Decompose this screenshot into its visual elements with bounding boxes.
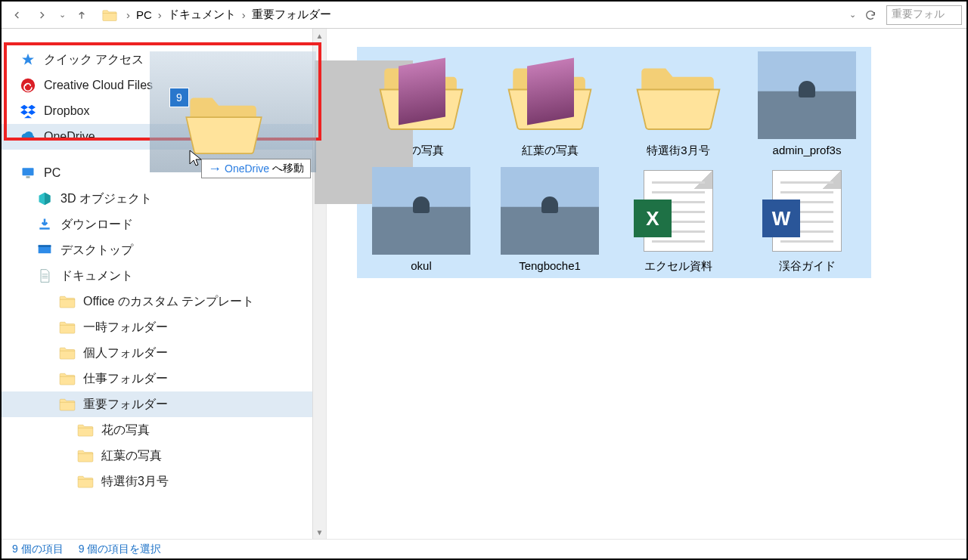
folder-icon <box>59 345 76 361</box>
star-icon <box>20 51 36 68</box>
sidebar-scrollbar[interactable]: ▲ ▼ <box>312 29 326 539</box>
history-dropdown[interactable]: ⌄ <box>54 10 70 20</box>
excel-icon: X <box>629 167 728 255</box>
pc-icon <box>20 165 36 181</box>
scroll-up-icon[interactable]: ▲ <box>313 29 326 42</box>
sidebar-item-desktop[interactable]: デスクトップ <box>2 237 326 263</box>
arrow-right-icon: → <box>208 163 222 174</box>
folder-icon <box>77 447 94 464</box>
photo-icon <box>372 167 470 255</box>
sidebar-item-onedrive[interactable]: OneDrive <box>2 124 326 150</box>
sidebar-item-quick-access[interactable]: クイック アクセス <box>2 47 326 73</box>
file-item[interactable]: admin_prof3s <box>743 47 871 162</box>
word-icon: W <box>758 167 856 255</box>
drag-tooltip: → OneDrive へ移動 <box>201 159 311 178</box>
file-item[interactable]: 紅葉の写真 <box>486 47 614 162</box>
sidebar-folder-work[interactable]: 仕事フォルダー <box>2 366 326 391</box>
file-name: okul <box>361 259 481 272</box>
sidebar-folder-important[interactable]: 重要フォルダー <box>2 391 326 417</box>
file-item[interactable]: okul <box>357 162 486 278</box>
sidebar-folder-tokusen[interactable]: 特選街3月号 <box>2 469 326 494</box>
folder-icon <box>629 51 728 139</box>
chevron-right-icon: › <box>122 8 135 21</box>
sidebar-item-3d-objects[interactable]: 3D オブジェクト <box>2 186 326 212</box>
folder-icon <box>77 473 94 490</box>
breadcrumb-pc[interactable]: PC <box>135 7 154 23</box>
file-item[interactable]: W 渓谷ガイド <box>743 162 871 278</box>
dropbox-icon <box>20 103 36 119</box>
creative-cloud-icon <box>20 77 36 94</box>
sidebar-folder-flowers[interactable]: 花の写真 <box>2 417 326 443</box>
address-dropdown[interactable]: ⌄ <box>845 10 861 20</box>
folder-photo-icon <box>372 51 470 139</box>
file-name: Tengboche1 <box>490 259 610 272</box>
folder-photo-icon <box>501 51 599 139</box>
photo-icon <box>758 51 856 139</box>
sidebar-folder-temp[interactable]: 一時フォルダー <box>2 314 326 340</box>
folder-icon <box>59 396 76 413</box>
file-item[interactable]: Tengboche1 <box>486 162 614 278</box>
cube-icon <box>36 190 53 207</box>
scroll-down-icon[interactable]: ▼ <box>313 525 326 539</box>
sidebar-item-documents[interactable]: ドキュメント <box>2 263 326 289</box>
status-bar: 9 個の項目 9 個の項目を選択 <box>2 539 966 558</box>
sidebar-folder-autumn[interactable]: 紅葉の写真 <box>2 443 326 469</box>
chevron-right-icon: › <box>154 8 166 21</box>
file-name: エクセル資料 <box>619 259 738 274</box>
breadcrumb-documents[interactable]: ドキュメント <box>166 6 237 23</box>
drag-count-badge: 9 <box>169 88 189 107</box>
sidebar-item-dropbox[interactable]: Dropbox <box>2 98 326 124</box>
refresh-button[interactable] <box>861 9 880 21</box>
status-item-count: 9 個の項目 <box>12 543 64 556</box>
sidebar-folder-office-templates[interactable]: Office のカスタム テンプレート <box>2 289 326 314</box>
folder-icon <box>59 293 76 310</box>
forward-button[interactable] <box>30 5 53 26</box>
status-selected-count: 9 個の項目を選択 <box>79 543 162 556</box>
file-list[interactable]: 花の写真 紅葉の写真 特選街3月号 admin_prof3s okul Ten <box>327 29 966 539</box>
file-name: 渓谷ガイド <box>747 259 867 274</box>
file-item[interactable]: 特選街3月号 <box>614 47 743 162</box>
download-icon <box>36 216 53 233</box>
folder-icon <box>59 319 76 336</box>
sidebar-item-creative-cloud[interactable]: Creative Cloud Files <box>2 73 326 98</box>
chevron-right-icon: › <box>237 8 250 21</box>
file-item[interactable]: X エクセル資料 <box>614 162 743 278</box>
photo-icon <box>501 167 599 255</box>
breadcrumb-current[interactable]: 重要フォルダー <box>250 6 333 23</box>
desktop-icon <box>36 242 53 258</box>
navigation-pane[interactable]: クイック アクセス Creative Cloud Files Dropbox O… <box>2 29 327 539</box>
onedrive-icon <box>20 128 36 145</box>
back-button[interactable] <box>6 5 29 26</box>
file-name: 紅葉の写真 <box>490 144 610 158</box>
address-bar: ⌄ › PC › ドキュメント › 重要フォルダー ⌄ 重要フォル <box>2 2 966 29</box>
document-icon <box>36 268 53 284</box>
folder-icon <box>77 422 94 438</box>
sidebar-folder-personal[interactable]: 個人フォルダー <box>2 340 326 366</box>
file-name: 特選街3月号 <box>619 144 738 158</box>
folder-icon <box>59 370 76 387</box>
file-name: admin_prof3s <box>747 144 867 156</box>
sidebar-item-downloads[interactable]: ダウンロード <box>2 212 326 237</box>
search-input[interactable]: 重要フォル <box>886 5 962 25</box>
folder-icon <box>102 8 117 23</box>
up-button[interactable] <box>70 5 93 26</box>
